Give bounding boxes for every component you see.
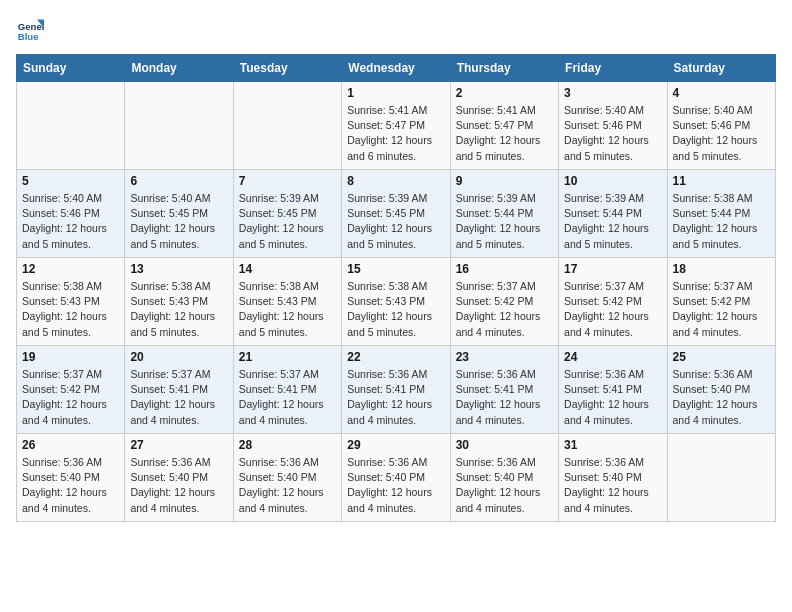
day-number: 20: [130, 350, 227, 364]
day-number: 15: [347, 262, 444, 276]
day-info: Sunrise: 5:36 AM Sunset: 5:40 PM Dayligh…: [22, 455, 119, 516]
calendar-cell: 25Sunrise: 5:36 AM Sunset: 5:40 PM Dayli…: [667, 346, 775, 434]
day-number: 5: [22, 174, 119, 188]
calendar-cell: 13Sunrise: 5:38 AM Sunset: 5:43 PM Dayli…: [125, 258, 233, 346]
calendar-cell: 28Sunrise: 5:36 AM Sunset: 5:40 PM Dayli…: [233, 434, 341, 522]
day-of-week-header: Thursday: [450, 55, 558, 82]
day-info: Sunrise: 5:39 AM Sunset: 5:44 PM Dayligh…: [456, 191, 553, 252]
calendar-cell: 17Sunrise: 5:37 AM Sunset: 5:42 PM Dayli…: [559, 258, 667, 346]
calendar-cell: 4Sunrise: 5:40 AM Sunset: 5:46 PM Daylig…: [667, 82, 775, 170]
calendar-cell: 7Sunrise: 5:39 AM Sunset: 5:45 PM Daylig…: [233, 170, 341, 258]
day-number: 8: [347, 174, 444, 188]
day-info: Sunrise: 5:38 AM Sunset: 5:44 PM Dayligh…: [673, 191, 770, 252]
calendar-cell: 31Sunrise: 5:36 AM Sunset: 5:40 PM Dayli…: [559, 434, 667, 522]
day-number: 25: [673, 350, 770, 364]
calendar-week-row: 5Sunrise: 5:40 AM Sunset: 5:46 PM Daylig…: [17, 170, 776, 258]
calendar-week-row: 12Sunrise: 5:38 AM Sunset: 5:43 PM Dayli…: [17, 258, 776, 346]
calendar-cell: 22Sunrise: 5:36 AM Sunset: 5:41 PM Dayli…: [342, 346, 450, 434]
calendar-header-row: SundayMondayTuesdayWednesdayThursdayFrid…: [17, 55, 776, 82]
day-info: Sunrise: 5:37 AM Sunset: 5:42 PM Dayligh…: [22, 367, 119, 428]
day-info: Sunrise: 5:40 AM Sunset: 5:45 PM Dayligh…: [130, 191, 227, 252]
day-number: 7: [239, 174, 336, 188]
calendar-cell: 2Sunrise: 5:41 AM Sunset: 5:47 PM Daylig…: [450, 82, 558, 170]
day-info: Sunrise: 5:36 AM Sunset: 5:41 PM Dayligh…: [564, 367, 661, 428]
day-info: Sunrise: 5:38 AM Sunset: 5:43 PM Dayligh…: [22, 279, 119, 340]
day-info: Sunrise: 5:38 AM Sunset: 5:43 PM Dayligh…: [347, 279, 444, 340]
day-number: 29: [347, 438, 444, 452]
day-of-week-header: Monday: [125, 55, 233, 82]
day-of-week-header: Sunday: [17, 55, 125, 82]
day-info: Sunrise: 5:41 AM Sunset: 5:47 PM Dayligh…: [347, 103, 444, 164]
calendar-cell: 23Sunrise: 5:36 AM Sunset: 5:41 PM Dayli…: [450, 346, 558, 434]
day-info: Sunrise: 5:36 AM Sunset: 5:40 PM Dayligh…: [347, 455, 444, 516]
day-of-week-header: Saturday: [667, 55, 775, 82]
calendar-cell: 8Sunrise: 5:39 AM Sunset: 5:45 PM Daylig…: [342, 170, 450, 258]
day-info: Sunrise: 5:39 AM Sunset: 5:45 PM Dayligh…: [347, 191, 444, 252]
day-number: 27: [130, 438, 227, 452]
calendar-cell: 3Sunrise: 5:40 AM Sunset: 5:46 PM Daylig…: [559, 82, 667, 170]
day-info: Sunrise: 5:39 AM Sunset: 5:44 PM Dayligh…: [564, 191, 661, 252]
day-number: 14: [239, 262, 336, 276]
calendar-cell: [125, 82, 233, 170]
day-info: Sunrise: 5:37 AM Sunset: 5:41 PM Dayligh…: [239, 367, 336, 428]
day-number: 1: [347, 86, 444, 100]
calendar-body: 1Sunrise: 5:41 AM Sunset: 5:47 PM Daylig…: [17, 82, 776, 522]
day-info: Sunrise: 5:39 AM Sunset: 5:45 PM Dayligh…: [239, 191, 336, 252]
day-info: Sunrise: 5:40 AM Sunset: 5:46 PM Dayligh…: [564, 103, 661, 164]
day-number: 12: [22, 262, 119, 276]
day-number: 24: [564, 350, 661, 364]
calendar-cell: 15Sunrise: 5:38 AM Sunset: 5:43 PM Dayli…: [342, 258, 450, 346]
day-number: 30: [456, 438, 553, 452]
calendar-cell: [667, 434, 775, 522]
day-info: Sunrise: 5:37 AM Sunset: 5:42 PM Dayligh…: [456, 279, 553, 340]
day-number: 23: [456, 350, 553, 364]
calendar-cell: 1Sunrise: 5:41 AM Sunset: 5:47 PM Daylig…: [342, 82, 450, 170]
day-info: Sunrise: 5:41 AM Sunset: 5:47 PM Dayligh…: [456, 103, 553, 164]
day-info: Sunrise: 5:36 AM Sunset: 5:41 PM Dayligh…: [456, 367, 553, 428]
day-number: 13: [130, 262, 227, 276]
day-of-week-header: Tuesday: [233, 55, 341, 82]
calendar-cell: 10Sunrise: 5:39 AM Sunset: 5:44 PM Dayli…: [559, 170, 667, 258]
calendar-cell: 5Sunrise: 5:40 AM Sunset: 5:46 PM Daylig…: [17, 170, 125, 258]
calendar-cell: 24Sunrise: 5:36 AM Sunset: 5:41 PM Dayli…: [559, 346, 667, 434]
day-info: Sunrise: 5:36 AM Sunset: 5:40 PM Dayligh…: [130, 455, 227, 516]
day-info: Sunrise: 5:36 AM Sunset: 5:40 PM Dayligh…: [239, 455, 336, 516]
day-number: 31: [564, 438, 661, 452]
day-info: Sunrise: 5:37 AM Sunset: 5:41 PM Dayligh…: [130, 367, 227, 428]
day-info: Sunrise: 5:36 AM Sunset: 5:40 PM Dayligh…: [456, 455, 553, 516]
day-number: 2: [456, 86, 553, 100]
day-number: 9: [456, 174, 553, 188]
calendar-week-row: 1Sunrise: 5:41 AM Sunset: 5:47 PM Daylig…: [17, 82, 776, 170]
calendar-cell: 19Sunrise: 5:37 AM Sunset: 5:42 PM Dayli…: [17, 346, 125, 434]
calendar-cell: 12Sunrise: 5:38 AM Sunset: 5:43 PM Dayli…: [17, 258, 125, 346]
logo-icon: General Blue: [16, 16, 44, 44]
calendar-cell: 27Sunrise: 5:36 AM Sunset: 5:40 PM Dayli…: [125, 434, 233, 522]
day-number: 16: [456, 262, 553, 276]
day-number: 28: [239, 438, 336, 452]
logo: General Blue: [16, 16, 48, 44]
day-info: Sunrise: 5:37 AM Sunset: 5:42 PM Dayligh…: [673, 279, 770, 340]
calendar-cell: [17, 82, 125, 170]
calendar-cell: 30Sunrise: 5:36 AM Sunset: 5:40 PM Dayli…: [450, 434, 558, 522]
calendar-cell: 9Sunrise: 5:39 AM Sunset: 5:44 PM Daylig…: [450, 170, 558, 258]
svg-text:Blue: Blue: [18, 31, 39, 42]
day-info: Sunrise: 5:40 AM Sunset: 5:46 PM Dayligh…: [22, 191, 119, 252]
calendar-cell: 11Sunrise: 5:38 AM Sunset: 5:44 PM Dayli…: [667, 170, 775, 258]
day-info: Sunrise: 5:38 AM Sunset: 5:43 PM Dayligh…: [239, 279, 336, 340]
calendar-table: SundayMondayTuesdayWednesdayThursdayFrid…: [16, 54, 776, 522]
calendar-cell: 16Sunrise: 5:37 AM Sunset: 5:42 PM Dayli…: [450, 258, 558, 346]
calendar-cell: [233, 82, 341, 170]
day-info: Sunrise: 5:40 AM Sunset: 5:46 PM Dayligh…: [673, 103, 770, 164]
day-number: 19: [22, 350, 119, 364]
day-number: 11: [673, 174, 770, 188]
day-number: 17: [564, 262, 661, 276]
calendar-cell: 20Sunrise: 5:37 AM Sunset: 5:41 PM Dayli…: [125, 346, 233, 434]
day-number: 26: [22, 438, 119, 452]
calendar-cell: 18Sunrise: 5:37 AM Sunset: 5:42 PM Dayli…: [667, 258, 775, 346]
day-info: Sunrise: 5:36 AM Sunset: 5:41 PM Dayligh…: [347, 367, 444, 428]
day-info: Sunrise: 5:36 AM Sunset: 5:40 PM Dayligh…: [673, 367, 770, 428]
day-number: 3: [564, 86, 661, 100]
day-number: 18: [673, 262, 770, 276]
day-number: 4: [673, 86, 770, 100]
day-info: Sunrise: 5:38 AM Sunset: 5:43 PM Dayligh…: [130, 279, 227, 340]
